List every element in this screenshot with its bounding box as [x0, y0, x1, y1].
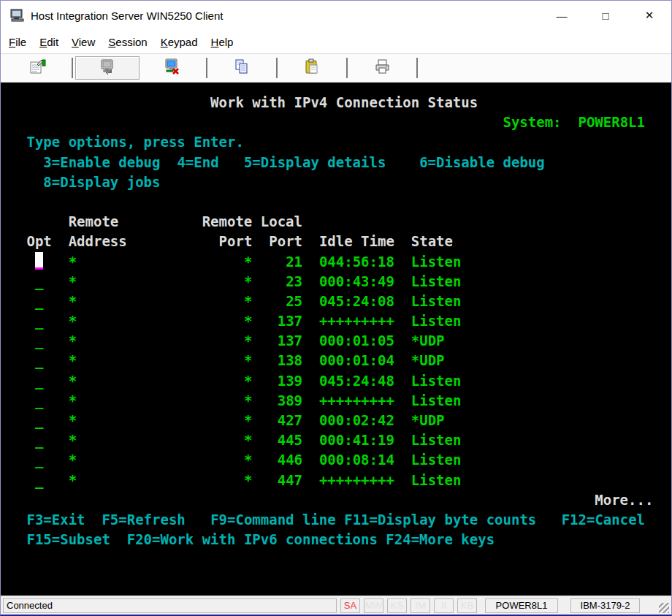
- terminal-text: *UDP: [411, 352, 445, 368]
- terminal-text: *: [69, 273, 77, 289]
- status-indicator-sa: SA: [340, 598, 360, 613]
- terminal-type-panel: IBM-3179-2: [570, 598, 640, 613]
- terminal-text: *: [69, 254, 77, 270]
- terminal-text: 446: [278, 452, 302, 468]
- copy-icon: [233, 58, 251, 79]
- terminal-text: Listen: [411, 254, 462, 270]
- terminal-text: *UDP: [411, 412, 445, 428]
- terminal-cursor: [35, 252, 43, 270]
- terminal-text: _: [35, 452, 43, 468]
- connect-button[interactable]: [75, 56, 140, 80]
- terminal-screen[interactable]: Work with IPv4 Connection Status System:…: [1, 83, 671, 596]
- terminal-text: F12=Cancel: [562, 512, 645, 528]
- disconnect-button[interactable]: [140, 56, 204, 80]
- toolbar: [1, 54, 671, 83]
- terminal-text: Port: [219, 233, 253, 249]
- terminal-text: POWER8L1: [578, 114, 645, 130]
- terminal-text: *: [244, 313, 252, 329]
- toolbar-separator: [276, 58, 278, 78]
- terminal-text: _: [35, 273, 43, 289]
- connect-icon: [99, 58, 117, 79]
- terminal-text: 044:56:18: [319, 254, 394, 270]
- session-properties-button[interactable]: [5, 56, 69, 80]
- status-indicator-im: IM: [411, 598, 430, 613]
- terminal-text: _: [35, 412, 43, 428]
- paste-button[interactable]: [280, 56, 344, 80]
- terminal-text: _: [35, 472, 43, 488]
- maximize-button[interactable]: □: [584, 1, 627, 30]
- terminal-text: _: [35, 332, 43, 349]
- terminal-text: *: [244, 254, 252, 270]
- terminal-text: *: [244, 432, 252, 448]
- terminal-text: Port: [269, 233, 302, 249]
- menu-item-help[interactable]: Help: [205, 32, 240, 52]
- toolbar-separator: [206, 58, 207, 78]
- terminal-text: 045:24:08: [319, 293, 394, 309]
- menu-item-view[interactable]: View: [65, 32, 102, 52]
- terminal-text: 389: [278, 392, 302, 408]
- terminal-row: 3=Enable debug 4=End 5=Display details 6…: [18, 153, 671, 172]
- status-indicator-mw: MW: [364, 598, 383, 613]
- resize-grip-icon[interactable]: [659, 603, 669, 613]
- terminal-text: 000:43:49: [319, 273, 394, 289]
- terminal-text: *: [69, 392, 77, 408]
- terminal-text: Listen: [411, 472, 462, 488]
- terminal-text: _: [35, 293, 43, 309]
- terminal-text: Address: [69, 233, 127, 249]
- terminal-text: 23: [286, 273, 302, 289]
- terminal-text: More...: [595, 492, 653, 508]
- copy-button[interactable]: [210, 56, 274, 80]
- terminal-text: +++++++++: [319, 472, 394, 488]
- terminal-text: *: [69, 352, 77, 368]
- terminal-app-icon: [10, 9, 25, 22]
- status-indicator-kb: KB: [457, 598, 477, 613]
- terminal-text: F15=Subset: [26, 531, 110, 547]
- minimize-button[interactable]: —: [540, 1, 584, 30]
- terminal-text: *: [69, 472, 77, 488]
- status-bar: Connected SAMWKSIMIIKB POWER8L1 IBM-3179…: [1, 596, 671, 615]
- terminal-text: *: [244, 412, 252, 428]
- terminal-text: F5=Refresh: [102, 512, 185, 528]
- win5250-client-window: Host Integration Server WIN5250 Client —…: [0, 0, 672, 616]
- connection-status: Connected: [3, 598, 337, 613]
- terminal-text: _: [35, 313, 43, 329]
- terminal-row: Work with IPv4 Connection Status: [18, 93, 671, 113]
- terminal-text: 5=Display details: [244, 154, 386, 170]
- terminal-row: _ * * 446 000:08:14 Listen: [18, 450, 671, 470]
- terminal-row: _ * * 139 045:24:48 Listen: [18, 371, 671, 391]
- menu-item-session[interactable]: Session: [102, 32, 153, 52]
- print-button[interactable]: [350, 56, 414, 80]
- terminal-text: *: [244, 452, 252, 468]
- title-bar: Host Integration Server WIN5250 Client —…: [1, 1, 671, 30]
- terminal-text: 139: [278, 373, 302, 389]
- terminal-row: _ * * 23 000:43:49 Listen: [18, 272, 671, 292]
- terminal-text: 445: [278, 432, 302, 448]
- terminal-text: Local: [261, 213, 302, 229]
- menu-item-keypad[interactable]: Keypad: [154, 32, 205, 52]
- terminal-text: 000:08:14: [319, 452, 394, 468]
- terminal-row: _ * * 447 +++++++++ Listen: [18, 471, 671, 490]
- terminal-text: 6=Disable debug: [419, 154, 545, 170]
- terminal-text: 000:02:42: [319, 412, 394, 428]
- terminal-row: 8=Display jobs: [18, 172, 671, 192]
- terminal-row: _ * * 137 000:01:05 *UDP: [18, 331, 671, 351]
- terminal-row: [18, 192, 671, 212]
- disconnect-icon: [163, 58, 181, 79]
- terminal-text: Remote: [69, 213, 119, 229]
- menu-bar: FileEditViewSessionKeypadHelp: [1, 30, 671, 54]
- terminal-row: More...: [18, 490, 671, 510]
- terminal-text: Idle Time: [319, 233, 394, 249]
- close-button[interactable]: ✕: [627, 1, 671, 30]
- terminal-text: 4=End: [177, 154, 218, 170]
- menu-item-file[interactable]: File: [2, 32, 33, 52]
- terminal-text: 21: [286, 254, 302, 270]
- terminal-text: 045:24:48: [319, 373, 394, 389]
- terminal-row: Type options, press Enter.: [18, 132, 671, 152]
- terminal-text: F9=Command line: [210, 512, 336, 528]
- terminal-text: *: [244, 392, 252, 408]
- terminal-text: 138: [278, 352, 302, 368]
- terminal-row: F15=Subset F20=Work with IPv6 connection…: [18, 530, 671, 550]
- terminal-row: System: POWER8L1: [18, 113, 671, 132]
- menu-item-edit[interactable]: Edit: [33, 32, 65, 52]
- terminal-text: Listen: [411, 273, 462, 289]
